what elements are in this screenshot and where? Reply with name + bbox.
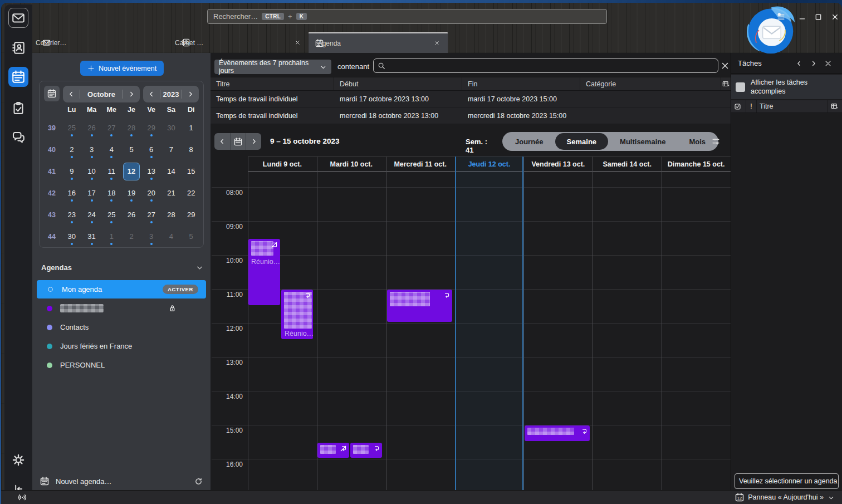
calendar-event[interactable] xyxy=(525,425,590,441)
mini-calendar-day[interactable]: 31 xyxy=(82,226,102,247)
show-completed-checkbox[interactable] xyxy=(736,82,745,92)
mini-calendar-day[interactable]: 9 xyxy=(62,160,82,182)
mini-calendar-day[interactable]: 17 xyxy=(82,182,102,204)
calendar-event[interactable] xyxy=(350,443,382,458)
spaces-mail-button[interactable] xyxy=(8,8,28,28)
spaces-tasks-button[interactable] xyxy=(8,98,28,118)
go-today-button[interactable] xyxy=(230,133,246,150)
mini-calendar-day[interactable]: 21 xyxy=(161,182,182,204)
sync-icon[interactable] xyxy=(194,477,203,486)
calendar-event[interactable]: Réunio… xyxy=(248,239,280,305)
mini-calendar-day[interactable]: 12 xyxy=(121,160,141,182)
agenda-item-contacts[interactable]: Contacts xyxy=(37,318,206,336)
mini-calendar-day[interactable]: 28 xyxy=(121,117,141,139)
tab-agenda[interactable]: Agenda xyxy=(309,32,448,53)
enable-badge[interactable]: ACTIVER xyxy=(163,285,198,294)
mini-calendar-day[interactable]: 8 xyxy=(181,139,201,160)
close-tab-icon[interactable] xyxy=(293,38,302,47)
agenda-item-mon-agenda[interactable]: Mon agendaACTIVER xyxy=(37,280,206,299)
maximize-button[interactable] xyxy=(812,12,824,22)
close-window-button[interactable] xyxy=(829,12,840,22)
mini-calendar-day[interactable]: 4 xyxy=(161,226,182,247)
mini-calendar-day[interactable]: 25 xyxy=(62,117,82,139)
app-menu-button[interactable] xyxy=(775,12,786,22)
mini-calendar-day[interactable]: 3 xyxy=(141,226,161,247)
agenda-item-personnel[interactable]: PERSONNEL xyxy=(37,356,206,374)
mini-calendar-day[interactable]: 18 xyxy=(101,182,121,204)
mini-calendar-day[interactable]: 10 xyxy=(82,160,102,182)
mini-calendar-day[interactable]: 30 xyxy=(161,117,182,139)
column-picker-icon[interactable] xyxy=(828,100,842,112)
tab-courrier-entrant-dossiers-unifi-s[interactable]: Courrier entrant - Dossiers unifiés xyxy=(36,32,175,53)
mini-calendar-day[interactable]: 23 xyxy=(62,204,82,226)
view-button-semaine[interactable]: Semaine xyxy=(555,133,608,150)
view-button-multisemaine[interactable]: Multisemaine xyxy=(608,133,677,150)
mini-calendar-day[interactable]: 22 xyxy=(181,182,201,204)
mini-calendar-day[interactable]: 26 xyxy=(82,117,102,139)
new-event-button[interactable]: Nouvel évènement xyxy=(80,61,164,76)
event-list-row[interactable]: Temps de travail individuelmardi 17 octo… xyxy=(210,91,731,107)
global-search-field[interactable]: Rechercher… CTRL + K xyxy=(207,9,607,24)
spaces-chat-button[interactable] xyxy=(8,127,28,147)
mini-calendar-day[interactable]: 29 xyxy=(181,204,201,226)
next-year-button[interactable] xyxy=(182,86,199,102)
agendas-section-header[interactable]: Agendas xyxy=(41,263,204,272)
task-title-column[interactable]: Titre xyxy=(757,100,828,112)
mini-calendar-day[interactable]: 2 xyxy=(121,226,141,247)
minimize-button[interactable] xyxy=(796,12,807,22)
next-week-button[interactable] xyxy=(246,133,261,150)
agenda-item-jours-f-ri-s-en-france[interactable]: Jours fériés en France xyxy=(37,337,206,355)
panel-prev-icon[interactable] xyxy=(792,60,806,67)
task-priority-column[interactable]: ! xyxy=(746,100,757,112)
event-column-fin[interactable]: Fin xyxy=(462,77,580,90)
mini-calendar-day[interactable]: 25 xyxy=(101,204,121,226)
mini-calendar-day[interactable]: 6 xyxy=(141,139,161,160)
event-filter-dropdown[interactable]: Évènements des 7 prochains jours xyxy=(214,60,331,74)
mini-calendar-day[interactable]: 5 xyxy=(121,139,141,160)
mini-calendar-day[interactable]: 13 xyxy=(141,160,161,182)
calendar-event[interactable] xyxy=(317,443,349,458)
mini-calendar-day[interactable]: 29 xyxy=(141,117,161,139)
view-options-icon[interactable] xyxy=(711,136,721,146)
panel-next-icon[interactable] xyxy=(806,60,821,67)
mini-calendar-day[interactable]: 27 xyxy=(141,204,161,226)
prev-year-button[interactable] xyxy=(143,86,160,102)
mini-calendar-day[interactable]: 20 xyxy=(141,182,161,204)
mini-calendar-day[interactable]: 16 xyxy=(62,182,82,204)
panel-close-icon[interactable] xyxy=(821,60,835,67)
prev-month-button[interactable] xyxy=(63,86,80,102)
mini-calendar-day[interactable]: 7 xyxy=(161,139,182,160)
spaces-calendar-button[interactable] xyxy=(8,67,28,87)
spaces-address-book-button[interactable] xyxy=(8,38,28,58)
spaces-settings-button[interactable] xyxy=(8,450,28,470)
mini-calendar-day[interactable]: 14 xyxy=(161,160,182,182)
view-button-journée[interactable]: Journée xyxy=(503,133,555,150)
tab-carnet-d-adresses[interactable]: Carnet d'adresses xyxy=(175,32,309,53)
column-picker-icon[interactable] xyxy=(721,80,731,88)
close-filter-icon[interactable] xyxy=(721,61,730,70)
new-agenda-button[interactable]: Nouvel agenda… xyxy=(32,472,210,490)
task-completed-column-icon[interactable] xyxy=(731,100,746,112)
calendar-event[interactable]: Réunio… xyxy=(281,290,313,339)
mini-calendar-day[interactable]: 3 xyxy=(82,139,102,160)
mini-calendar-day[interactable]: 1 xyxy=(181,117,201,139)
new-task-input[interactable]: Veuillez sélectionner un agenda qu xyxy=(735,473,839,489)
next-month-button[interactable] xyxy=(123,86,140,102)
mini-calendar-day[interactable]: 28 xyxy=(161,204,182,226)
calendar-event[interactable] xyxy=(387,290,452,322)
event-list-row[interactable]: Temps de travail individuelmercredi 18 o… xyxy=(210,107,731,124)
mini-calendar-day[interactable]: 24 xyxy=(82,204,102,226)
event-column-titre[interactable]: Titre xyxy=(210,77,334,90)
show-completed-tasks-row[interactable]: Afficher les tâches accomplies xyxy=(731,75,842,99)
mini-calendar-day[interactable]: 5 xyxy=(181,226,201,247)
close-tab-icon[interactable] xyxy=(433,39,441,47)
prev-week-button[interactable] xyxy=(214,133,230,150)
event-search-input[interactable] xyxy=(373,58,718,73)
today-pane-toggle[interactable]: 12 Panneau « Aujourd'hui » xyxy=(735,493,835,502)
mini-calendar-day[interactable]: 27 xyxy=(101,117,121,139)
mini-calendar-day[interactable]: 11 xyxy=(101,160,121,182)
mini-calendar-day[interactable]: 15 xyxy=(181,160,201,182)
agenda-item-redacted[interactable] xyxy=(37,299,206,317)
event-column-catégorie[interactable]: Catégorie xyxy=(580,77,721,90)
mini-calendar-day[interactable]: 30 xyxy=(62,226,82,247)
